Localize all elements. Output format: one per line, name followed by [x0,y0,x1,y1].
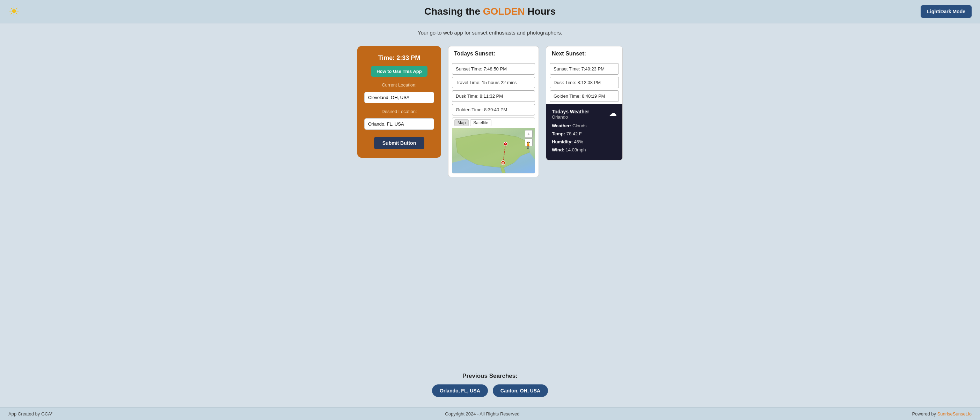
subtitle-text: Your go-to web app for sunset enthusiast… [418,30,562,36]
todays-dusk-time: Dusk Time: 8:11:32 PM [452,90,535,102]
light-dark-button[interactable]: Light/Dark Mode [921,5,972,18]
temp-label: Temp: [552,131,565,136]
current-location-label: Current Location: [382,82,417,87]
current-time: Time: 2:33 PM [378,54,420,62]
title-golden: GOLDEN [483,6,525,17]
map-svg: A B [452,128,535,173]
map-tab-satellite[interactable]: Satellite [470,119,492,126]
weather-wind-row: Wind: 14.03mph [552,147,617,152]
current-location-input[interactable] [364,92,434,103]
map-tabs: Map Satellite [452,118,535,128]
weather-conditions-row: Weather: Clouds [552,123,617,128]
next-sunset-time: Sunset Time: 7:49:23 PM [550,63,619,74]
previous-searches-title: Previous Searches: [0,372,980,380]
footer-right-prefix: Powered by [912,411,937,417]
footer-left: App Created by GCA² [8,411,52,417]
how-to-button[interactable]: How to Use This App [371,66,428,77]
weather-value: Clouds [573,123,586,128]
cloud-icon: ☁ [609,109,617,118]
wind-label: Wind: [552,147,565,152]
temp-value: 78.42 F [566,131,582,136]
weather-header-text: Todays Weather Orlando [552,109,589,120]
weather-temp-row: Temp: 78.42 F [552,131,617,136]
footer: App Created by GCA² Copyright 2024 - All… [0,407,980,420]
next-dusk-time: Dusk Time: 8:12:08 PM [550,77,619,88]
todays-sunset-time: Sunset Time: 7:48:50 PM [452,63,535,74]
left-panel: Time: 2:33 PM How to Use This App Curren… [357,46,441,158]
map-container: Map Satellite A B [452,117,535,173]
weather-header: Todays Weather Orlando ☁ [552,109,617,120]
map-zoom-in-button[interactable]: + [525,130,533,138]
footer-right: Powered by SunriseSunset.io [912,411,972,417]
previous-searches-buttons: Orlando, FL, USA Canton, OH, USA [0,384,980,397]
svg-text:B: B [502,162,504,164]
weather-title: Todays Weather [552,109,589,114]
app-title: Chasing the GOLDEN Hours [424,6,556,17]
title-prefix: Chasing the [424,6,483,17]
street-view-icon: 🧍 [524,141,532,149]
desired-location-label: Desired Location: [381,109,417,114]
todays-sunset-panel: Todays Sunset: Sunset Time: 7:48:50 PM T… [448,46,539,177]
header: ☀ Chasing the GOLDEN Hours Light/Dark Mo… [0,0,980,23]
todays-golden-time: Golden Time: 8:39:40 PM [452,104,535,116]
map-tab-map[interactable]: Map [454,119,469,126]
next-golden-time: Golden Time: 8:40:19 PM [550,90,619,102]
desired-location-input[interactable] [364,118,434,130]
main-content: Time: 2:33 PM How to Use This App Curren… [0,39,980,366]
humidity-label: Humidity: [552,139,573,144]
next-sunset-header: Next Sunset: [546,46,622,61]
logo: ☀ [8,4,19,19]
humidity-value: 46% [574,139,583,144]
title-suffix: Hours [525,6,556,17]
next-sunset-panel: Next Sunset: Sunset Time: 7:49:23 PM Dus… [546,46,623,160]
previous-searches-section: Previous Searches: Orlando, FL, USA Cant… [0,366,980,407]
prev-search-button-1[interactable]: Orlando, FL, USA [432,384,488,397]
todays-sunset-header: Todays Sunset: [449,46,539,61]
submit-button[interactable]: Submit Button [374,137,424,149]
weather-label: Weather: [552,123,571,128]
wind-value: 14.03mph [566,147,586,152]
prev-search-button-2[interactable]: Canton, OH, USA [493,384,548,397]
todays-travel-time: Travel Time: 15 hours 22 mins [452,77,535,88]
footer-center: Copyright 2024 - All Rights Reserved [445,411,519,417]
sun-icon: ☀ [8,4,19,19]
map-visual: A B + − 🧍 [452,128,535,173]
sunrise-sunset-link[interactable]: SunriseSunset.io [937,411,972,417]
weather-humidity-row: Humidity: 46% [552,139,617,144]
subtitle-bar: Your go-to web app for sunset enthusiast… [0,23,980,39]
weather-city: Orlando [552,114,589,120]
weather-panel: Todays Weather Orlando ☁ Weather: Clouds… [546,104,622,160]
